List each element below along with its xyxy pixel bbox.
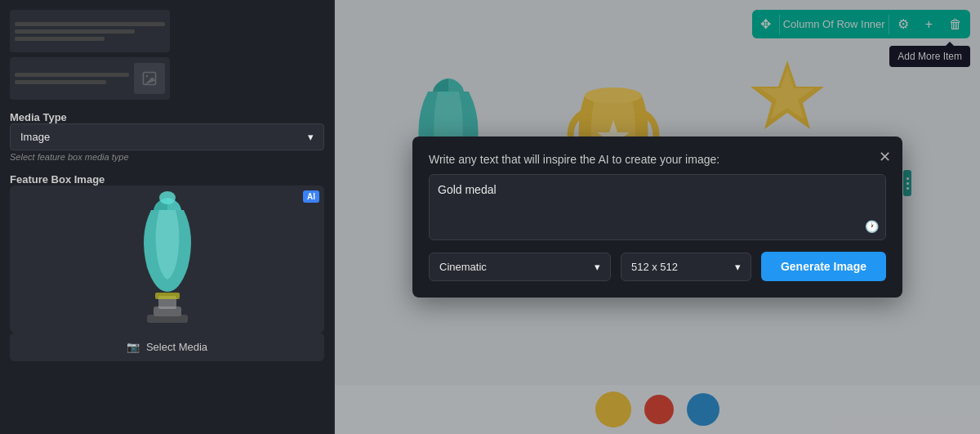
ai-modal-title: Write any text that will inspire the AI … [429,153,886,166]
thumb-line [15,73,129,77]
media-type-value: Image [20,131,50,143]
ai-badge: AI [303,190,319,203]
select-media-icon: 📷 [127,341,140,353]
style-value: Cinematic [439,261,487,273]
feature-box-section: Feature Box Image AI 📷 Selec [10,170,324,361]
thumb-line [15,80,106,84]
chevron-down-icon: ▾ [595,261,600,273]
chevron-down-icon: ▾ [735,261,741,273]
thumb-1[interactable] [10,10,170,52]
generate-image-button[interactable]: Generate Image [761,252,886,281]
size-dropdown[interactable]: 512 x 512 ▾ [621,253,751,281]
ai-modal-overlay: ✕ Write any text that will inspire the A… [335,0,980,434]
thumb-line [15,37,105,41]
thumb-2[interactable] [10,57,170,100]
ai-modal-close-button[interactable]: ✕ [879,148,891,166]
feature-image-container: AI [10,186,324,333]
thumb-line [15,29,135,34]
ai-textarea-wrapper: Gold medal 🕐 [429,174,886,240]
media-type-dropdown[interactable]: Image ▾ [10,123,324,150]
svg-rect-5 [155,293,180,299]
ai-modal-footer: Cinematic ▾ 512 x 512 ▾ Generate Image [429,252,886,281]
canvas-area: ✥ Column Of Row Inner ⚙ + 🗑 Add More Ite… [335,0,980,434]
feature-box-label: Feature Box Image [10,173,324,186]
left-panel: Media Type Image ▾ Select feature box me… [0,0,335,434]
media-type-label: Media Type [10,111,324,123]
select-media-button[interactable]: 📷 Select Media [10,333,324,361]
history-icon[interactable]: 🕐 [865,220,879,233]
ai-prompt-input[interactable]: Gold medal [438,183,877,228]
svg-point-1 [146,75,149,78]
style-dropdown[interactable]: Cinematic ▾ [429,253,611,281]
media-type-section: Media Type Image ▾ Select feature box me… [10,108,324,162]
select-media-label: Select Media [146,341,207,353]
trophy-image-preview [122,186,212,333]
template-thumbnails [10,10,324,100]
svg-point-6 [159,191,176,204]
thumb-image-box [134,63,165,94]
size-value: 512 x 512 [631,261,678,273]
svg-rect-3 [147,315,188,323]
ai-modal: ✕ Write any text that will inspire the A… [412,136,902,298]
chevron-down-icon: ▾ [308,131,314,143]
thumb-line [15,22,165,26]
media-type-hint: Select feature box media type [10,152,324,162]
